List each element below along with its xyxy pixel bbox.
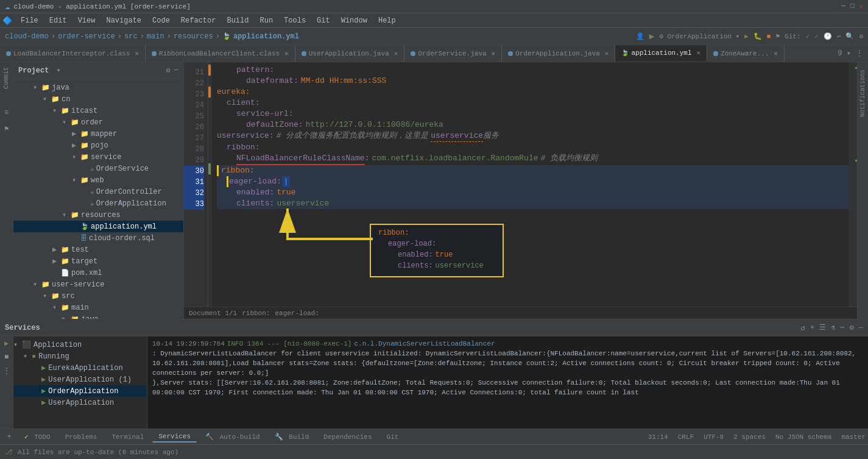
- bc-order-service[interactable]: order-service: [58, 32, 115, 41]
- services-list[interactable]: ☰: [819, 323, 826, 332]
- toolbar-bookmark-btn[interactable]: ⚑: [775, 32, 780, 40]
- tree-itcast[interactable]: ▾ 📁 itcast: [13, 105, 183, 116]
- status-git-icon[interactable]: ⎇: [5, 448, 13, 456]
- bottom-add-btn[interactable]: +: [7, 433, 11, 441]
- bc-src[interactable]: src: [124, 32, 138, 41]
- tab-problems[interactable]: Problems: [59, 432, 104, 442]
- toolbar-run-icon[interactable]: ▶: [649, 31, 654, 41]
- maximize-btn[interactable]: □: [850, 2, 855, 10]
- service-order-app[interactable]: ▶ ▶ OrderApplication: [13, 385, 147, 397]
- tab-dependencies[interactable]: Dependencies: [317, 432, 378, 442]
- menu-edit[interactable]: Edit: [44, 15, 72, 26]
- tree-order[interactable]: ▾ 📁 order: [13, 116, 183, 128]
- toolbar-settings-btn[interactable]: ⚙: [859, 32, 863, 40]
- tab-order-application[interactable]: OrderApplication.java ✕: [502, 45, 615, 62]
- tree-cn[interactable]: ▾ 📁 cn: [13, 93, 183, 105]
- tree-target[interactable]: ▶ 📁 target: [13, 255, 183, 267]
- menu-refactor[interactable]: Refactor: [176, 15, 221, 26]
- tab-build[interactable]: 🔧 Build: [269, 432, 316, 442]
- tree-cloud-order-sql[interactable]: ▶ 🗄 cloud-order.sql: [13, 232, 183, 244]
- services-filter[interactable]: ⚗: [831, 323, 835, 332]
- sidebar-settings[interactable]: ⚙: [166, 66, 171, 75]
- tab-close[interactable]: ✕: [284, 49, 289, 57]
- menu-file[interactable]: File: [16, 15, 43, 26]
- right-scroll-gutter[interactable]: [849, 62, 857, 307]
- code-editor[interactable]: pattern: dateformat: MM-dd HH:mm:ss:SSS …: [212, 62, 857, 307]
- tab-close[interactable]: ✕: [394, 49, 398, 57]
- toolbar-icon-1[interactable]: 👤: [636, 32, 644, 40]
- tab-order-service[interactable]: OrderService.java ✕: [404, 45, 502, 62]
- menu-tools[interactable]: Tools: [279, 15, 311, 26]
- tree-us-src[interactable]: ▾ 📁 src: [13, 290, 183, 302]
- bc-application-yml[interactable]: application.yml: [233, 32, 299, 41]
- notifications-label[interactable]: Notifications: [859, 69, 866, 117]
- services-close[interactable]: —: [859, 324, 863, 332]
- tree-order-service-file[interactable]: ▶ ☕ OrderService: [13, 163, 183, 174]
- tree-us-java[interactable]: ▶ 📁 java: [13, 313, 183, 319]
- tab-services[interactable]: Services: [152, 432, 197, 443]
- run-icon[interactable]: ▶: [4, 339, 9, 348]
- tree-test[interactable]: ▶ 📁 test: [13, 244, 183, 255]
- toolbar-debug-btn[interactable]: 🐛: [753, 32, 762, 40]
- services-refresh[interactable]: ↺: [800, 323, 805, 333]
- bc-main[interactable]: main: [147, 32, 164, 41]
- tree-mapper[interactable]: ▶ 📁 mapper: [13, 128, 183, 140]
- menu-run[interactable]: Run: [255, 15, 278, 26]
- tab-close[interactable]: ✕: [492, 49, 496, 57]
- structure-icon[interactable]: ≡: [4, 109, 9, 117]
- tab-todo[interactable]: ✓ TODO: [18, 432, 57, 442]
- menu-code[interactable]: Code: [147, 15, 175, 26]
- menu-build[interactable]: Build: [222, 15, 253, 26]
- tree-user-service[interactable]: ▾ 📁 user-service: [13, 279, 183, 290]
- tree-pojo[interactable]: ▶ 📁 pojo: [13, 140, 183, 151]
- service-application[interactable]: ▾ ⬛ Application: [13, 339, 147, 350]
- toolbar-stop-btn[interactable]: ■: [767, 33, 771, 40]
- toolbar-run-config[interactable]: ⚙ OrderApplication ▾: [659, 32, 739, 40]
- tree-service[interactable]: ▾ 📁 service: [13, 151, 183, 163]
- toolbar-search-btn[interactable]: 🔍: [845, 32, 854, 40]
- service-eureka[interactable]: ▶ ▶ EurekaApplication: [13, 362, 147, 374]
- tree-application-yml[interactable]: ▶ 🍃 application.yml: [13, 221, 183, 232]
- tab-terminal[interactable]: Terminal: [105, 432, 150, 442]
- tab-scroll-right[interactable]: ⋮: [856, 49, 863, 58]
- menu-window[interactable]: Window: [336, 15, 372, 26]
- bc-cloud-demo[interactable]: cloud-demo: [5, 32, 49, 41]
- bookmarks-icon[interactable]: ⚑: [4, 124, 9, 133]
- tree-order-application[interactable]: ▶ ☕ OrderApplication: [13, 197, 183, 209]
- sidebar-close[interactable]: —: [174, 66, 178, 75]
- tab-close[interactable]: ✕: [605, 49, 609, 57]
- bc-resources[interactable]: resources: [174, 32, 213, 41]
- tree-java[interactable]: ▾ 📁 java: [13, 82, 183, 93]
- service-user-app[interactable]: ▶ ▶ UserApplication (1): [13, 374, 147, 385]
- sidebar-dropdown[interactable]: ▾: [56, 66, 60, 75]
- tab-application-yml[interactable]: 🍃 application.yml ✕: [615, 45, 707, 62]
- tree-resources[interactable]: ▾ 📁 resources: [13, 209, 183, 221]
- tree-order-controller[interactable]: ▶ ☕ OrderController: [13, 186, 183, 197]
- service-running[interactable]: ▾ ● Running: [13, 350, 147, 362]
- tree-web[interactable]: ▾ 📁 web: [13, 174, 183, 186]
- tab-close[interactable]: ✕: [697, 49, 701, 57]
- menu-help[interactable]: Help: [373, 15, 401, 26]
- tab-loadbalancer-interceptor[interactable]: LoadBalancerInterceptor.class ✕: [0, 45, 146, 62]
- menu-view[interactable]: View: [73, 15, 101, 26]
- menu-navigate[interactable]: Navigate: [101, 15, 146, 26]
- tree-us-main[interactable]: ▾ 📁 main: [13, 302, 183, 313]
- toolbar-undo-btn[interactable]: ↩: [837, 32, 841, 40]
- services-settings[interactable]: ⚙: [850, 323, 854, 332]
- tab-close[interactable]: ✕: [774, 49, 778, 57]
- close-btn[interactable]: ✕: [859, 2, 863, 10]
- tab-ribbon-loadbalancer[interactable]: RibbonLoadBalancerClient.class ✕: [146, 45, 295, 62]
- minimize-btn[interactable]: ─: [841, 2, 845, 10]
- tab-zone-aware[interactable]: ZoneAware... ✕: [707, 45, 785, 62]
- services-more[interactable]: ⋯: [840, 323, 844, 332]
- services-add[interactable]: +: [810, 324, 814, 332]
- more-icon[interactable]: ⋮: [3, 366, 10, 375]
- tab-auto-build[interactable]: 🔨 Auto-build: [199, 432, 266, 442]
- service-user-app-2[interactable]: ▶ ▶ UserApplication: [13, 397, 147, 408]
- tab-user-application[interactable]: UserApplication.java ✕: [295, 45, 405, 62]
- editor-content[interactable]: 21 22 23 24 25 26 27 28 29 30 31 32 33: [184, 62, 857, 307]
- tab-git[interactable]: Git: [381, 432, 405, 442]
- commit-icon[interactable]: Commit: [3, 67, 10, 89]
- stop-icon[interactable]: ■: [4, 353, 9, 361]
- toolbar-play-btn[interactable]: ▶: [744, 32, 749, 40]
